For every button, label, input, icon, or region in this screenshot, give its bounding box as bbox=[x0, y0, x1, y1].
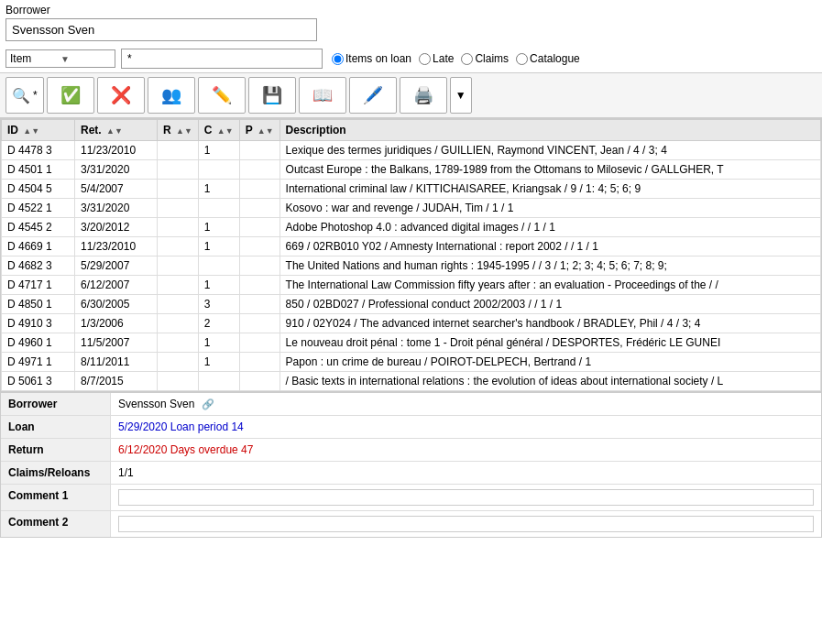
cell-r bbox=[158, 180, 199, 199]
edit-icon: ✏️ bbox=[212, 85, 232, 105]
sort-arrows-icon: ▲▼ bbox=[23, 126, 39, 136]
cell-p bbox=[239, 372, 279, 391]
cell-p bbox=[239, 257, 279, 276]
save-button[interactable]: 💾 bbox=[248, 77, 296, 114]
cell-p bbox=[239, 160, 279, 180]
save-icon: 💾 bbox=[262, 85, 282, 105]
table-row[interactable]: D 4522 13/31/2020Kosovo : war and reveng… bbox=[2, 199, 821, 218]
cell-p bbox=[239, 314, 279, 333]
cell-ret: 5/29/2007 bbox=[75, 257, 158, 276]
cell-id: D 4850 1 bbox=[2, 295, 75, 314]
cell-ret: 6/30/2005 bbox=[75, 295, 158, 314]
cell-p bbox=[239, 237, 279, 257]
book-icon: 📖 bbox=[312, 85, 333, 105]
cell-id: D 4717 1 bbox=[2, 276, 75, 295]
col-r[interactable]: R ▲▼ bbox=[158, 120, 199, 141]
cell-c: 1 bbox=[198, 180, 239, 199]
detail-borrower-label: Borrower bbox=[1, 393, 111, 415]
detail-loan-label: Loan bbox=[1, 416, 111, 438]
cell-id: D 4522 1 bbox=[2, 199, 75, 218]
cell-c: 1 bbox=[198, 333, 239, 353]
cell-ret: 11/23/2010 bbox=[75, 237, 158, 257]
external-link-icon[interactable]: 🔗 bbox=[202, 398, 214, 409]
table-row[interactable]: D 4669 111/23/20101669 / 02RB010 Y02 / A… bbox=[2, 237, 821, 257]
radio-late[interactable]: Late bbox=[419, 52, 454, 65]
more-button[interactable]: ▼ bbox=[450, 77, 472, 114]
col-description[interactable]: Description bbox=[279, 120, 820, 141]
cell-description: The International Law Commission fifty y… bbox=[279, 276, 820, 295]
cell-description: Le nouveau droit pénal : tome 1 - Droit … bbox=[279, 333, 820, 353]
cell-c: 1 bbox=[198, 218, 239, 237]
table-row[interactable]: D 4850 16/30/20053850 / 02BD027 / Profes… bbox=[2, 295, 821, 314]
col-ret[interactable]: Ret. ▲▼ bbox=[75, 120, 158, 141]
cell-description: Outcast Europe : the Balkans, 1789-1989 … bbox=[279, 160, 820, 180]
cell-p bbox=[239, 199, 279, 218]
cancel-button[interactable]: ❌ bbox=[97, 77, 145, 114]
cell-c: 1 bbox=[198, 276, 239, 295]
table-row[interactable]: D 4910 31/3/20062910 / 02Y024 / The adva… bbox=[2, 314, 821, 333]
cell-ret: 1/3/2006 bbox=[75, 314, 158, 333]
cell-ret: 8/7/2015 bbox=[75, 372, 158, 391]
item-type-select[interactable]: Item ▼ bbox=[5, 49, 115, 68]
comment2-input[interactable] bbox=[118, 516, 814, 532]
table-row[interactable]: D 5061 38/7/2015/ Basic texts in interna… bbox=[2, 372, 821, 391]
cell-id: D 4971 1 bbox=[2, 353, 75, 372]
cell-id: D 4910 3 bbox=[2, 314, 75, 333]
cell-description: 850 / 02BD027 / Professional conduct 200… bbox=[279, 295, 820, 314]
cell-p bbox=[239, 276, 279, 295]
cell-ret: 6/12/2007 bbox=[75, 276, 158, 295]
cell-ret: 3/31/2020 bbox=[75, 160, 158, 180]
cell-p bbox=[239, 353, 279, 372]
pen-button[interactable]: 🖊️ bbox=[349, 77, 397, 114]
check-button[interactable]: ✅ bbox=[47, 77, 94, 114]
table-row[interactable]: D 4545 23/20/20121Adobe Photoshop 4.0 : … bbox=[2, 218, 821, 237]
cell-c: 1 bbox=[198, 237, 239, 257]
table-row[interactable]: D 4960 111/5/20071Le nouveau droit pénal… bbox=[2, 333, 821, 353]
cell-id: D 4478 3 bbox=[2, 141, 75, 160]
cell-r bbox=[158, 314, 199, 333]
detail-borrower-value: Svensson Sven 🔗 bbox=[111, 393, 821, 415]
detail-return-label: Return bbox=[1, 439, 111, 461]
detail-return-value: 6/12/2020 Days overdue 47 bbox=[111, 439, 821, 461]
search-input[interactable] bbox=[121, 49, 323, 69]
table-row[interactable]: D 4717 16/12/20071The International Law … bbox=[2, 276, 821, 295]
sort-arrows-icon: ▲▼ bbox=[106, 126, 123, 136]
cell-p bbox=[239, 333, 279, 353]
print-button[interactable]: 🖨️ bbox=[400, 77, 447, 114]
borrower-icon: 👥 bbox=[161, 85, 181, 105]
cancel-icon: ❌ bbox=[111, 85, 131, 105]
cell-r bbox=[158, 372, 199, 391]
borrower-button[interactable]: 👥 bbox=[148, 77, 195, 114]
table-row[interactable]: D 4682 35/29/2007The United Nations and … bbox=[2, 257, 821, 276]
edit-button[interactable]: ✏️ bbox=[198, 77, 246, 114]
cell-r bbox=[158, 276, 199, 295]
cell-p bbox=[239, 141, 279, 160]
cell-p bbox=[239, 295, 279, 314]
radio-items-on-loan[interactable]: Items on loan bbox=[332, 52, 411, 65]
cell-description: Papon : un crime de bureau / POIROT-DELP… bbox=[279, 353, 820, 372]
radio-claims[interactable]: Claims bbox=[461, 52, 509, 65]
table-row[interactable]: D 4971 18/11/20111Papon : un crime de bu… bbox=[2, 353, 821, 372]
detail-comment1-row: Comment 1 bbox=[1, 485, 821, 511]
cell-c: 3 bbox=[198, 295, 239, 314]
table-row[interactable]: D 4504 55/4/20071International criminal … bbox=[2, 180, 821, 199]
cell-c: 1 bbox=[198, 141, 239, 160]
table-row[interactable]: D 4501 13/31/2020Outcast Europe : the Ba… bbox=[2, 160, 821, 180]
col-c[interactable]: C ▲▼ bbox=[198, 120, 239, 141]
col-p[interactable]: P ▲▼ bbox=[239, 120, 279, 141]
book-button[interactable]: 📖 bbox=[299, 77, 346, 114]
detail-borrower-row: Borrower Svensson Sven 🔗 bbox=[1, 393, 821, 416]
comment1-input[interactable] bbox=[118, 489, 814, 506]
search-button[interactable]: 🔍 * bbox=[5, 77, 44, 114]
cell-r bbox=[158, 237, 199, 257]
detail-claims-value: 1/1 bbox=[111, 462, 821, 484]
col-id[interactable]: ID ▲▼ bbox=[2, 120, 75, 141]
cell-r bbox=[158, 199, 199, 218]
cell-c bbox=[198, 199, 239, 218]
borrower-input[interactable] bbox=[5, 18, 317, 41]
radio-catalogue[interactable]: Catalogue bbox=[516, 52, 580, 65]
cell-id: D 4504 5 bbox=[2, 180, 75, 199]
table-row[interactable]: D 4478 311/23/20101Lexique des termes ju… bbox=[2, 141, 821, 160]
cell-description: 669 / 02RB010 Y02 / Amnesty Internationa… bbox=[279, 237, 820, 257]
cell-id: D 4545 2 bbox=[2, 218, 75, 237]
